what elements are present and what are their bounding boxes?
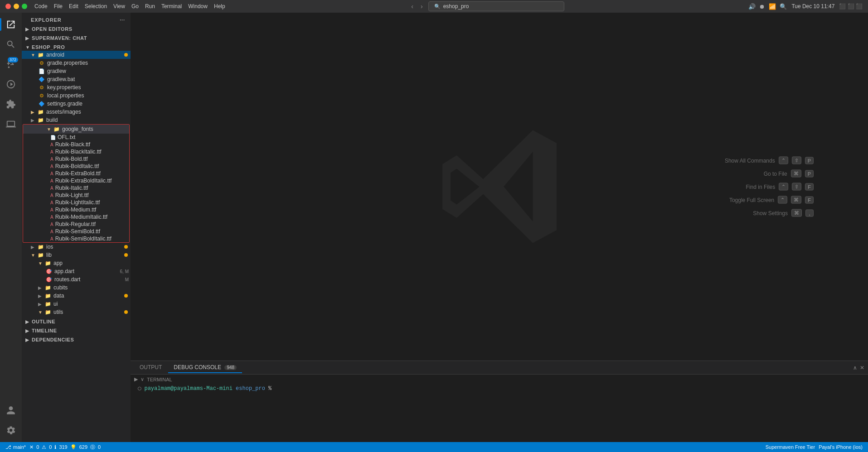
search-bar[interactable]: 🔍	[428, 1, 564, 11]
activity-accounts[interactable]	[3, 402, 19, 418]
audio-icon[interactable]: 🔊	[748, 3, 756, 10]
lib-item[interactable]: 📁 lib	[22, 251, 131, 259]
menu-view[interactable]: View	[113, 3, 125, 10]
search-menubar-icon[interactable]: 🔍	[780, 3, 787, 10]
eshop-pro-header[interactable]: ESHOP_PRO	[22, 43, 131, 51]
search-input[interactable]	[443, 3, 552, 10]
cubits-item[interactable]: 📁 cubits	[22, 284, 131, 292]
shortcut-label-5: Show Settings	[753, 210, 788, 216]
google-fonts-folder[interactable]: 📁 google_fonts	[23, 125, 129, 134]
routes-dart-icon: 🎯	[45, 276, 53, 283]
activity-search[interactable]	[3, 36, 19, 53]
rubik-extrabolditalic-item[interactable]: A Rubik-ExtraBoldItalic.ttf	[23, 177, 129, 184]
rubik-bold-item[interactable]: A Rubik-Bold.ttf	[23, 155, 129, 163]
panel-expand-icon[interactable]: ∧	[853, 365, 857, 371]
rubik-light-item[interactable]: A Rubik-Light.ttf	[23, 192, 129, 199]
terminal-prompt[interactable]: ◯ payalmam@payalmams-Mac-mini eshop_pro …	[134, 384, 864, 393]
close-button[interactable]	[5, 4, 11, 9]
assets-images-item[interactable]: 📁 assets/images	[22, 108, 131, 116]
rubik-semibold-item[interactable]: A Rubik-SemiBold.ttf	[23, 228, 129, 235]
debug-console-tab[interactable]: DEBUG CONSOLE 948	[168, 362, 242, 373]
error-icon: ✕	[29, 444, 34, 450]
rubik-italic-item[interactable]: A Rubik-Italic.ttf	[23, 184, 129, 192]
dependencies-header[interactable]: DEPENDENCIES	[22, 336, 131, 343]
android-folder[interactable]: 📁 android	[22, 51, 131, 59]
lib-chevron	[31, 253, 35, 258]
rubik-lightitalic-item[interactable]: A Rubik-LightItalic.ttf	[23, 199, 129, 206]
gradlew-item[interactable]: 📄 gradlew	[22, 67, 131, 75]
shortcut-label-1: Show All Commands	[725, 157, 775, 163]
output-tab[interactable]: OUTPUT	[134, 362, 167, 373]
menu-edit[interactable]: Edit	[69, 3, 78, 10]
outline-section: OUTLINE	[22, 317, 131, 326]
activity-run-debug[interactable]	[3, 76, 19, 92]
menu-selection[interactable]: Selection	[85, 3, 107, 10]
status-errors-warnings[interactable]: ✕ 0 ⚠ 0 ℹ 319 💡 629 ⓪ 0	[28, 444, 102, 451]
ios-icon: 📁	[37, 243, 44, 250]
menu-help[interactable]: Help	[214, 3, 225, 10]
ui-item[interactable]: 📁 ui	[22, 300, 131, 308]
gradle-properties-item[interactable]: ⚙ gradle.properties	[22, 59, 131, 67]
minimize-button[interactable]	[14, 4, 19, 9]
record-icon[interactable]: ⏺	[759, 3, 765, 10]
status-supermaven[interactable]: Supermaven Free Tier	[764, 444, 817, 450]
menu-run[interactable]: Run	[145, 3, 155, 10]
debug-console-badge: 948	[224, 365, 237, 370]
rubik-mediumitalic-item[interactable]: A Rubik-MediumItalic.ttf	[23, 213, 129, 221]
dependencies-section: DEPENDENCIES	[22, 335, 131, 344]
ios-item[interactable]: 📁 ios	[22, 243, 131, 251]
timeline-chevron	[25, 328, 30, 333]
supermaven-chat-header[interactable]: SUPERMAVEN: CHAT	[22, 34, 131, 42]
panel-close-icon[interactable]: ✕	[860, 365, 864, 371]
open-editors-header[interactable]: OPEN EDITORS	[22, 25, 131, 33]
rubik-extrabold-item[interactable]: A Rubik-ExtraBold.ttf	[23, 170, 129, 177]
menu-file[interactable]: File	[54, 3, 63, 10]
terminal-expand-icon[interactable]: ▶	[134, 376, 138, 382]
rubik-semibolditalic-item[interactable]: A Rubik-SemiBoldItalic.ttf	[23, 235, 129, 242]
local-properties-item[interactable]: ⚙ local.properties	[22, 91, 131, 100]
activity-settings[interactable]	[3, 422, 19, 438]
status-branch[interactable]: ⎇ main*	[4, 444, 28, 450]
activity-source-control[interactable]: 372	[3, 56, 19, 72]
settings-gradle-icon: 🔷	[38, 100, 45, 107]
build-item[interactable]: 📁 build	[22, 116, 131, 124]
rubik-black-item[interactable]: A Rubik-Black.ttf	[23, 141, 129, 148]
data-item[interactable]: 📁 data	[22, 292, 131, 300]
menu-go[interactable]: Go	[131, 3, 139, 10]
rubik-light-label: Rubik-Light.ttf	[55, 192, 89, 198]
activity-remote-explorer[interactable]	[3, 116, 19, 132]
rubik-bolditalic-item[interactable]: A Rubik-BoldItalic.ttf	[23, 163, 129, 170]
app-dart-item[interactable]: 🎯 app.dart 6, M	[22, 267, 131, 275]
ios-dot	[124, 245, 128, 249]
app-folder-item[interactable]: 📁 app	[22, 259, 131, 267]
maximize-button[interactable]	[22, 4, 27, 9]
utils-item[interactable]: 📁 utils	[22, 308, 131, 316]
nav-forward-button[interactable]: ›	[419, 2, 425, 11]
gradlew-bat-item[interactable]: 🔷 gradlew.bat	[22, 75, 131, 83]
activity-explorer[interactable]	[3, 16, 19, 33]
cubits-label: cubits	[53, 284, 131, 291]
menu-terminal[interactable]: Terminal	[161, 3, 182, 10]
app-dart-icon: 🎯	[45, 268, 53, 275]
status-device[interactable]: Payal's iPhone (ios)	[817, 444, 864, 450]
ofl-txt-item[interactable]: 📄 OFL.txt	[23, 134, 129, 141]
menu-window[interactable]: Window	[188, 3, 208, 10]
settings-gradle-item[interactable]: 🔷 settings.gradle	[22, 100, 131, 108]
outline-header[interactable]: OUTLINE	[22, 318, 131, 325]
nav-back-button[interactable]: ‹	[409, 2, 415, 11]
rubik-regular-icon: A	[50, 222, 53, 227]
timeline-header[interactable]: TIMELINE	[22, 327, 131, 334]
traffic-lights	[5, 4, 27, 9]
key-properties-item[interactable]: ⚙ key.properties	[22, 83, 131, 91]
activity-extensions[interactable]	[3, 96, 19, 112]
app-name-label: Code	[34, 3, 48, 10]
wifi-icon[interactable]: 📶	[769, 3, 776, 10]
new-file-icon[interactable]: ···	[120, 17, 125, 23]
sidebar: EXPLORER ··· OPEN EDITORS SUPERMAVEN: CH…	[22, 13, 131, 442]
rubik-medium-item[interactable]: A Rubik-Medium.ttf	[23, 206, 129, 213]
timeline-section: TIMELINE	[22, 326, 131, 335]
routes-dart-item[interactable]: 🎯 routes.dart M	[22, 275, 131, 284]
cubits-chevron	[38, 285, 43, 290]
rubik-blackitalic-item[interactable]: A Rubik-BlackItalic.ttf	[23, 148, 129, 155]
rubik-regular-item[interactable]: A Rubik-Regular.ttf	[23, 221, 129, 228]
